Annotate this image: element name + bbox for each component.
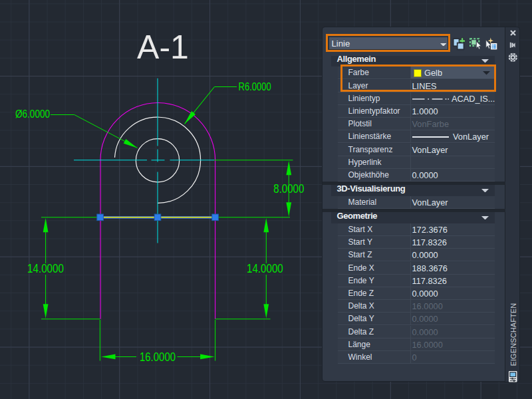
svg-text:14.0000: 14.0000	[27, 262, 64, 275]
svg-text:16.0000: 16.0000	[140, 350, 176, 364]
svg-text:8.0000: 8.0000	[273, 182, 304, 196]
svg-text:R6.0000: R6.0000	[239, 81, 271, 92]
svg-text:14.0000: 14.0000	[247, 262, 283, 275]
svg-text:Ø6.0000: Ø6.0000	[15, 108, 50, 120]
